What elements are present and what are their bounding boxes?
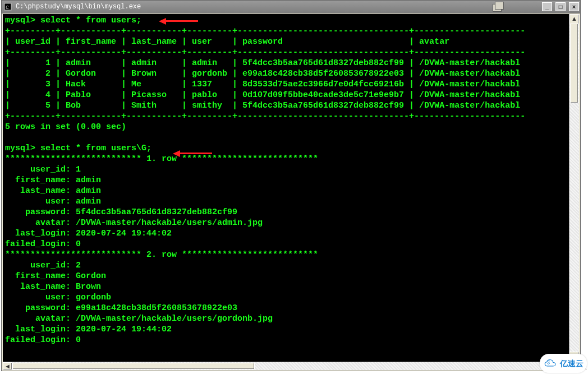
terminal-output[interactable]: mysql> select * from users; +---------+-… — [3, 14, 579, 348]
vscroll-track[interactable] — [569, 24, 579, 353]
vertical-scrollbar[interactable]: ▲ ▼ — [569, 14, 579, 362]
minimize-button[interactable]: _ — [542, 2, 552, 11]
cloud-icon — [543, 358, 558, 369]
maximize-button[interactable]: □ — [555, 2, 566, 11]
hscroll-thumb[interactable] — [12, 363, 255, 370]
cascade-icon[interactable] — [493, 2, 505, 12]
app-icon: c — [4, 3, 12, 11]
scroll-left-button[interactable]: ◄ — [3, 362, 12, 370]
vscroll-thumb[interactable] — [570, 24, 578, 103]
svg-text:c: c — [6, 4, 9, 11]
hscroll-track[interactable] — [12, 362, 569, 370]
brand-badge: 亿速云 — [540, 354, 587, 373]
titlebar[interactable]: c C:\phpstudy\mysql\bin\mysql.exe _ □ × — [2, 1, 580, 13]
window-title: C:\phpstudy\mysql\bin\mysql.exe — [16, 3, 141, 11]
console-window: c C:\phpstudy\mysql\bin\mysql.exe _ □ × … — [1, 0, 581, 371]
terminal-viewport: mysql> select * from users; +---------+-… — [3, 14, 579, 362]
brand-badge-text: 亿速云 — [560, 359, 584, 367]
horizontal-scrollbar[interactable]: ◄ ► — [3, 362, 579, 370]
close-button[interactable]: × — [569, 2, 579, 11]
